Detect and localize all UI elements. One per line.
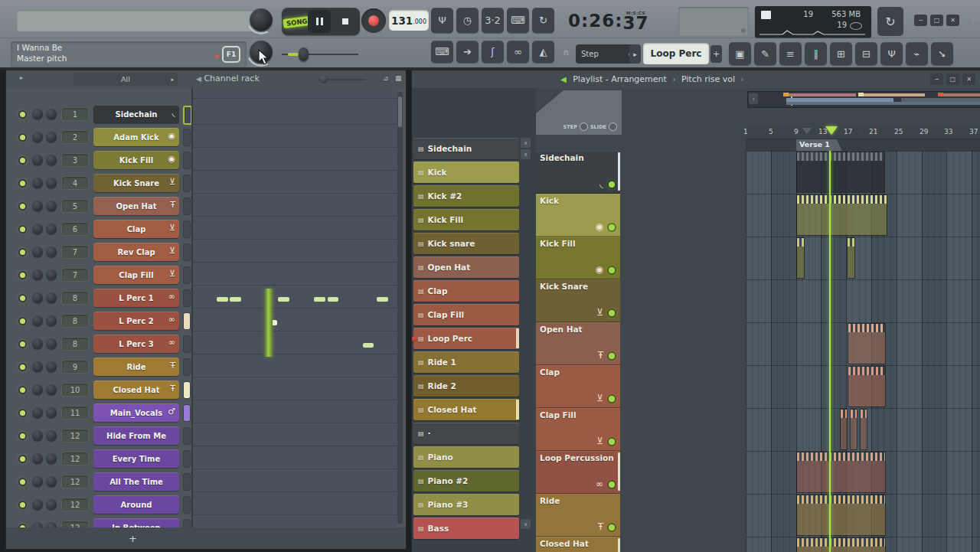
swing-slider[interactable]: [318, 79, 366, 80]
step-toggle[interactable]: [580, 122, 588, 131]
picker-item[interactable]: ▶ ▤ ·: [413, 423, 519, 444]
volume-knob[interactable]: [46, 224, 57, 234]
channel-indicator[interactable]: [183, 404, 191, 422]
add-pattern-button[interactable]: +: [710, 45, 722, 63]
pan-knob[interactable]: [32, 247, 43, 257]
picker-item[interactable]: ▶ ▤ Kick Fill: [413, 209, 519, 230]
picker-item[interactable]: ▶ ▤ Clap Fill: [413, 304, 519, 325]
channel-button[interactable]: Kick Snare ⊻: [93, 174, 179, 192]
channel-enable-led[interactable]: [20, 112, 25, 117]
system-monitor-panel[interactable]: 19 563 MB 19: [755, 6, 871, 38]
pan-knob[interactable]: [32, 338, 43, 349]
timeline-ruler[interactable]: 1591317212529333741454953: [746, 126, 980, 139]
pattern-clip[interactable]: [860, 409, 867, 450]
mixer-track-number[interactable]: 12: [61, 475, 89, 488]
mixer-track-number[interactable]: 3: [61, 153, 89, 167]
pattern-clip[interactable]: [848, 323, 886, 364]
project-picker-button[interactable]: ▣: [729, 42, 751, 65]
mixer-track-number[interactable]: 2: [61, 130, 89, 144]
shuffle-slider[interactable]: [282, 47, 358, 61]
mixer-track-number[interactable]: 5: [61, 199, 89, 213]
follow-playback-button[interactable]: ➔: [456, 41, 479, 63]
pattern-clip[interactable]: [796, 237, 805, 279]
channel-button[interactable]: Clap Fill ⊻: [93, 266, 179, 284]
channel-enable-led[interactable]: [20, 181, 25, 186]
channel-button[interactable]: Kick Fill ◉: [93, 151, 179, 169]
channel-enable-led[interactable]: [20, 410, 25, 416]
channel-button[interactable]: Ride Ŧ: [93, 358, 179, 376]
channel-button[interactable]: Around: [93, 495, 179, 514]
channel-filter-dropdown[interactable]: All▸: [74, 73, 178, 86]
pan-knob[interactable]: [32, 178, 43, 188]
metronome-button[interactable]: ◭: [532, 41, 554, 63]
playlist-title[interactable]: ◀ Playlist - Arrangement › Pitch rise vo…: [560, 74, 747, 84]
scroll-up-button2[interactable]: ∧: [521, 149, 531, 159]
channel-enable-led[interactable]: [20, 227, 25, 232]
mixer-track-number[interactable]: 10: [61, 383, 89, 397]
pan-knob[interactable]: [32, 132, 43, 142]
snap-selector[interactable]: Step ▸: [576, 44, 637, 64]
channel-enable-led[interactable]: [20, 318, 25, 324]
volume-knob[interactable]: [46, 292, 57, 303]
stop-button[interactable]: [334, 10, 357, 33]
channel-indicator[interactable]: [183, 198, 191, 215]
channel-indicator[interactable]: [183, 473, 191, 491]
song-mode-switch[interactable]: SONG: [283, 16, 311, 28]
channel-button[interactable]: All The Time: [93, 472, 179, 491]
pan-knob[interactable]: [32, 109, 43, 119]
close-all-button[interactable]: ➘: [931, 42, 953, 65]
volume-knob[interactable]: [46, 384, 57, 395]
pan-knob[interactable]: [32, 292, 43, 303]
channel-button[interactable]: Every Time: [93, 449, 179, 468]
channel-button[interactable]: Hide From Me: [93, 426, 179, 445]
mixer-track-number[interactable]: 7: [61, 268, 89, 282]
swing-thumb[interactable]: [319, 75, 328, 83]
channel-button[interactable]: Open Hat Ŧ: [93, 197, 179, 215]
pattern-clip[interactable]: [796, 452, 886, 493]
pan-knob[interactable]: [32, 201, 43, 211]
channel-enable-led[interactable]: [20, 250, 25, 255]
channel-button[interactable]: Closed Hat Ŧ: [93, 381, 179, 399]
track-header[interactable]: Kick ◉: [536, 194, 620, 237]
slide-toggle[interactable]: [609, 122, 617, 131]
channel-indicator[interactable]: [183, 129, 191, 146]
rack-scrollbar[interactable]: [397, 92, 403, 524]
channel-button[interactable]: Main_Vocals ♂: [93, 403, 179, 422]
step-note[interactable]: [314, 297, 325, 302]
pattern-clip[interactable]: [796, 152, 885, 193]
channel-button[interactable]: Sidechain ◟: [93, 105, 179, 123]
rack-menu-arrow[interactable]: ▸: [20, 74, 23, 81]
volume-knob[interactable]: [46, 361, 57, 372]
maximize-button[interactable]: □: [930, 15, 943, 26]
channel-enable-led[interactable]: [20, 135, 25, 140]
volume-knob[interactable]: [46, 201, 57, 211]
step-note[interactable]: [230, 297, 241, 302]
minimap-scroll-left[interactable]: ‹: [749, 93, 758, 104]
track-led[interactable]: [609, 181, 615, 188]
pattern-nav-button[interactable]: ▸: [629, 44, 641, 64]
channel-indicator[interactable]: [183, 312, 191, 330]
channel-rack-button[interactable]: ≡: [779, 42, 802, 65]
channel-enable-led[interactable]: [20, 479, 25, 485]
pan-knob[interactable]: [32, 315, 43, 326]
channel-indicator[interactable]: [183, 152, 191, 169]
picker-item[interactable]: ▶ ▤ Open Hat: [413, 256, 519, 278]
play-pause-button[interactable]: [308, 10, 331, 33]
piano-roll-button[interactable]: ✎: [754, 42, 776, 65]
picker-item[interactable]: ▶ ▤ Ride 2: [413, 375, 519, 397]
channel-button[interactable]: Clap ⊻: [93, 220, 179, 238]
typing-keyboard-button[interactable]: ⌨: [431, 41, 453, 63]
channel-enable-led[interactable]: [20, 433, 25, 439]
mixer-track-number[interactable]: 8: [61, 314, 89, 328]
picker-item[interactable]: ▶ ▤ Clap: [413, 280, 519, 302]
track-led[interactable]: [609, 482, 615, 488]
channel-indicator[interactable]: [183, 450, 191, 468]
link-controllers-button[interactable]: ∞: [507, 41, 529, 63]
mixer-track-number[interactable]: 1: [61, 107, 89, 121]
pan-knob[interactable]: [32, 430, 43, 441]
pan-knob[interactable]: [32, 476, 43, 487]
typing-to-piano-button[interactable]: Ψ: [431, 8, 453, 33]
pan-knob[interactable]: [32, 407, 43, 418]
volume-knob[interactable]: [46, 178, 57, 188]
track-header[interactable]: Clap ⊻: [536, 365, 620, 408]
